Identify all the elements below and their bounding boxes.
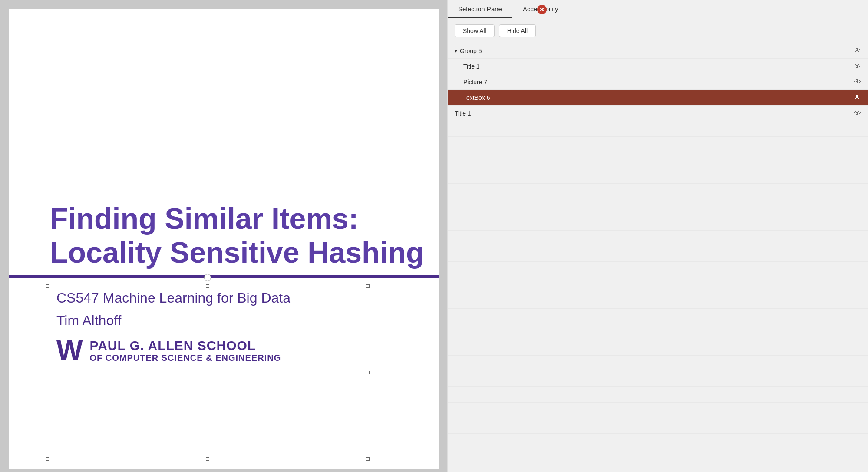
empty-row-10 [448, 262, 868, 277]
layer-item-title1b[interactable]: Title 1 👁 [448, 106, 868, 121]
uw-logo-area: W PAUL G. ALLEN SCHOOL OF COMPUTER SCIEN… [56, 337, 281, 364]
slide-title: Finding Similar Items: Locality Sensitiv… [50, 201, 424, 269]
handle-tr [366, 284, 370, 288]
layer-label-group5: Group 5 [460, 47, 482, 54]
panel-actions: Show All Hide All [448, 19, 868, 43]
handle-bc [206, 457, 209, 461]
right-panel: Selection Pane Accessibility Show All Hi… [447, 0, 868, 472]
slide-bottom: CS547 Machine Learning for Big Data Tim … [9, 278, 439, 469]
slide: Finding Similar Items: Locality Sensitiv… [9, 9, 439, 469]
layer-item-group5[interactable]: ▾ Group 5 👁 [448, 43, 868, 59]
slide-title-line2: Locality Sensitive Hashing [50, 235, 424, 269]
empty-row-7 [448, 215, 868, 231]
eye-icon-title1b[interactable]: 👁 [854, 109, 861, 117]
handle-tl [46, 284, 49, 288]
panel-header: Selection Pane Accessibility [448, 0, 868, 19]
empty-row-11 [448, 277, 868, 293]
handle-tc [206, 284, 209, 288]
selection-box [47, 286, 368, 459]
handle-mr [366, 371, 370, 374]
empty-row-8 [448, 231, 868, 246]
hide-all-button[interactable]: Hide All [499, 24, 536, 37]
layer-label-title1b: Title 1 [455, 110, 471, 117]
empty-row-3 [448, 152, 868, 168]
empty-row-12 [448, 293, 868, 309]
empty-row-9 [448, 246, 868, 262]
eye-icon-picture7[interactable]: 👁 [854, 78, 861, 86]
empty-row-2 [448, 137, 868, 152]
layer-item-picture7[interactable]: Picture 7 👁 [448, 74, 868, 90]
layer-label-title1a: Title 1 [463, 63, 480, 70]
empty-row-14 [448, 324, 868, 340]
empty-row-13 [448, 309, 868, 324]
empty-row-17 [448, 371, 868, 387]
handle-bl [46, 457, 49, 461]
chevron-down-icon: ▾ [455, 48, 457, 54]
uw-school-line2: OF COMPUTER SCIENCE & ENGINEERING [89, 353, 281, 363]
slide-author: Tim Althoff [56, 313, 121, 329]
empty-row-6 [448, 199, 868, 215]
empty-row-15 [448, 340, 868, 356]
slide-subtitle: CS547 Machine Learning for Big Data [56, 290, 290, 306]
uw-w-logo: W [56, 337, 83, 364]
eye-icon-group5[interactable]: 👁 [854, 47, 861, 55]
uw-school-text: PAUL G. ALLEN SCHOOL OF COMPUTER SCIENCE… [89, 338, 281, 363]
layer-list: ▾ Group 5 👁 Title 1 👁 Picture 7 👁 TextBo… [448, 43, 868, 472]
slide-title-line1: Finding Similar Items: [50, 201, 424, 235]
eye-icon-textbox6[interactable]: 👁 [854, 94, 861, 102]
empty-row-4 [448, 168, 868, 184]
empty-row-18 [448, 387, 868, 403]
slide-area: Finding Similar Items: Locality Sensitiv… [0, 0, 447, 472]
eye-icon-title1a[interactable]: 👁 [854, 63, 861, 70]
uw-school-line1: PAUL G. ALLEN SCHOOL [89, 338, 281, 353]
empty-row-1 [448, 121, 868, 137]
layer-item-title1a[interactable]: Title 1 👁 [448, 59, 868, 74]
layer-item-textbox6[interactable]: TextBox 6 👁 [448, 90, 868, 106]
layer-label-textbox6: TextBox 6 [463, 94, 490, 101]
close-button[interactable] [537, 5, 547, 14]
handle-br [366, 457, 370, 461]
empty-row-19 [448, 403, 868, 418]
layer-label-picture7: Picture 7 [463, 79, 487, 86]
show-all-button[interactable]: Show All [455, 24, 495, 37]
tab-selection-pane[interactable]: Selection Pane [448, 1, 512, 18]
handle-ml [46, 371, 49, 374]
empty-row-16 [448, 356, 868, 371]
empty-row-5 [448, 184, 868, 199]
empty-row-20 [448, 418, 868, 434]
